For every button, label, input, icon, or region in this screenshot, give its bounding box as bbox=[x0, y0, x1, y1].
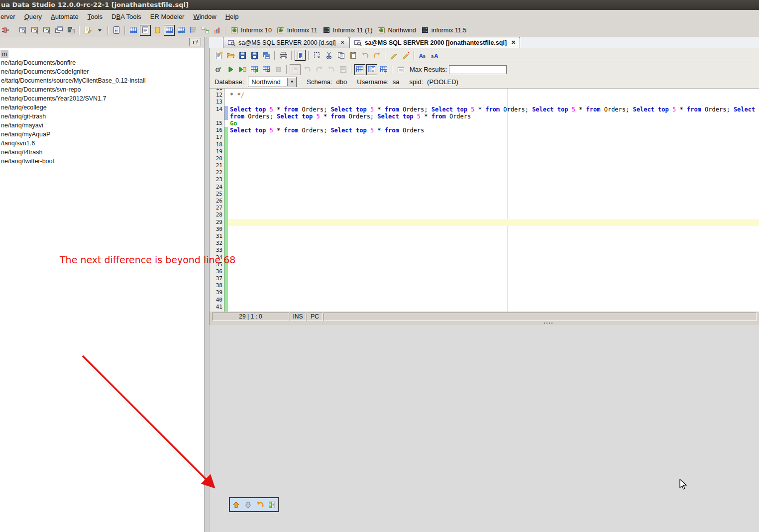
exec-export-button[interactable] bbox=[261, 64, 272, 75]
menu-item-er-modeler[interactable]: ER Modeler bbox=[146, 11, 189, 22]
list-item[interactable]: ne/tariq/twitter-boot bbox=[0, 157, 204, 166]
list-item[interactable]: ne/tariq/mayavi bbox=[0, 121, 204, 130]
results-grid-button[interactable] bbox=[354, 64, 365, 75]
code-line-17[interactable]: 17 bbox=[210, 134, 759, 141]
results-pivot-button[interactable] bbox=[378, 64, 389, 75]
menu-item-window[interactable]: Window bbox=[189, 11, 220, 22]
menu-item-tools[interactable]: Tools bbox=[83, 11, 107, 22]
cut-button[interactable] bbox=[324, 50, 334, 61]
code-line-35[interactable]: 35 bbox=[210, 261, 759, 268]
exec-gear-button[interactable] bbox=[213, 64, 224, 75]
calc-sheet-button[interactable] bbox=[111, 25, 122, 36]
panel-restore-button[interactable] bbox=[189, 38, 201, 46]
code-line-16[interactable]: 16Select top 5 * from Orders; Select top… bbox=[210, 127, 759, 134]
open-folder-button[interactable] bbox=[225, 50, 236, 61]
connection-informix-11-1-[interactable]: Informix 11 (1) bbox=[320, 25, 375, 35]
list-item[interactable]: /tariq/svn1.6 bbox=[0, 139, 204, 148]
code-line-23[interactable]: 23 bbox=[210, 176, 759, 183]
exec-edit-grid-button[interactable] bbox=[249, 64, 260, 75]
editor-tab-0[interactable]: sa@MS SQL SERVER 2000 [d.sql]✕ bbox=[223, 37, 349, 48]
tx-refresh-button[interactable] bbox=[325, 64, 336, 75]
list-item[interactable]: ne/tariq/t4trash bbox=[0, 148, 204, 157]
code-line-41[interactable]: 41 bbox=[210, 304, 759, 311]
code-line-34[interactable]: 34 bbox=[210, 254, 759, 261]
win-search-alt-button[interactable] bbox=[41, 25, 52, 36]
copy-button[interactable] bbox=[335, 50, 346, 61]
list-item[interactable]: ne/tariq/myAquaP bbox=[0, 130, 204, 139]
code-line-42[interactable]: 42 bbox=[210, 311, 759, 312]
code-line-36[interactable]: 36 bbox=[210, 268, 759, 275]
database-select[interactable]: Northwind ▼ bbox=[248, 77, 297, 87]
bar-chart-button[interactable] bbox=[212, 25, 222, 36]
connection-informix-11[interactable]: Informix 11 bbox=[274, 25, 320, 35]
close-icon[interactable]: ✕ bbox=[340, 39, 344, 46]
code-line-27[interactable]: 27 bbox=[210, 205, 759, 212]
format-pencil-stars-button[interactable] bbox=[400, 50, 411, 61]
code-line-28[interactable]: 28 bbox=[210, 212, 759, 218]
save-button[interactable] bbox=[237, 50, 248, 61]
connect-partial-button[interactable] bbox=[0, 25, 11, 36]
note-edit-button[interactable] bbox=[82, 25, 93, 36]
er-view-button[interactable] bbox=[200, 25, 211, 36]
exec-play-button[interactable] bbox=[225, 64, 236, 75]
menu-item-query[interactable]: Query bbox=[20, 11, 46, 22]
code-line-29[interactable]: 29 bbox=[210, 219, 759, 226]
code-line-31[interactable]: 31 bbox=[210, 233, 759, 240]
code-line-32[interactable]: 32 bbox=[210, 240, 759, 247]
code-line-38[interactable]: 38 bbox=[210, 282, 759, 289]
max-results-input[interactable] bbox=[449, 65, 507, 74]
list-item[interactable]: ne/tariq/ecollege bbox=[0, 103, 204, 112]
code-line-20[interactable]: 20 bbox=[210, 155, 759, 162]
menu-item-erver[interactable]: erver bbox=[0, 11, 20, 22]
code-line-22[interactable]: 22 bbox=[210, 169, 759, 176]
editor-tab-1[interactable]: sa@MS SQL SERVER 2000 [jonathantestfile.… bbox=[349, 37, 521, 48]
tx-save-button[interactable] bbox=[337, 64, 348, 75]
doc-options-button[interactable] bbox=[295, 50, 306, 61]
format-pencil-button[interactable] bbox=[388, 50, 399, 61]
results-text-button[interactable] bbox=[366, 64, 377, 75]
new-file-button[interactable] bbox=[213, 50, 224, 61]
results-splitter[interactable] bbox=[209, 321, 759, 325]
save-as-button[interactable] bbox=[249, 50, 260, 61]
list-item[interactable]: ne/tariq/Documents/CodeIgniter bbox=[0, 67, 204, 76]
redo-button[interactable] bbox=[371, 50, 382, 61]
code-line-15[interactable]: 15Go bbox=[210, 120, 759, 127]
db-gold-button[interactable] bbox=[152, 25, 163, 36]
code-line-39[interactable]: 39 bbox=[210, 289, 759, 296]
menu-item-help[interactable]: Help bbox=[221, 11, 243, 22]
code-line-12[interactable]: 12* */ bbox=[210, 92, 759, 99]
code-line-13[interactable]: 13 bbox=[210, 99, 759, 106]
tx-doc-button[interactable] bbox=[290, 64, 301, 75]
form-view-button[interactable] bbox=[140, 25, 151, 36]
win-search-button[interactable] bbox=[17, 25, 28, 36]
chevron-down-icon[interactable]: ▼ bbox=[287, 78, 296, 86]
code-line-24[interactable]: 24 bbox=[210, 184, 759, 191]
tx-forward-button[interactable] bbox=[314, 64, 325, 75]
menu-item-automate[interactable]: Automate bbox=[46, 11, 83, 22]
table-grid-button[interactable] bbox=[128, 25, 139, 36]
font-case-lower-button[interactable]: aA bbox=[429, 50, 440, 61]
nav-doc-button[interactable] bbox=[267, 499, 278, 510]
nav-down-button[interactable] bbox=[243, 499, 254, 510]
list-view-button[interactable] bbox=[188, 25, 199, 36]
print-button[interactable] bbox=[278, 50, 289, 61]
code-line-18[interactable]: 18 bbox=[210, 141, 759, 148]
exec-to-cursor-button[interactable] bbox=[237, 64, 248, 75]
grid-view-button[interactable] bbox=[164, 25, 175, 36]
code-line-40[interactable]: 40 bbox=[210, 297, 759, 304]
stop-button[interactable] bbox=[273, 64, 284, 75]
code-line-19[interactable]: 19 bbox=[210, 148, 759, 155]
window-doc-button[interactable] bbox=[395, 64, 406, 75]
nav-up-button[interactable] bbox=[231, 499, 242, 510]
undo-button[interactable] bbox=[359, 50, 370, 61]
list-item[interactable]: ne/tariq/Documents/svn-repo bbox=[0, 85, 204, 94]
list-item[interactable]: ne/tariq/git-trash bbox=[0, 112, 204, 121]
list-item[interactable]: ne/tariq/Documents/bonfire bbox=[0, 58, 204, 67]
save-all-button[interactable] bbox=[261, 50, 272, 61]
code-line-25[interactable]: 25 bbox=[210, 191, 759, 198]
grid-schedule-button[interactable] bbox=[176, 25, 187, 36]
list-item[interactable]: m bbox=[0, 50, 8, 58]
code-line-26[interactable]: 26 bbox=[210, 198, 759, 205]
connection-informix-11.5[interactable]: informix 11.5 bbox=[419, 25, 469, 35]
win-stack-button[interactable] bbox=[53, 25, 64, 36]
